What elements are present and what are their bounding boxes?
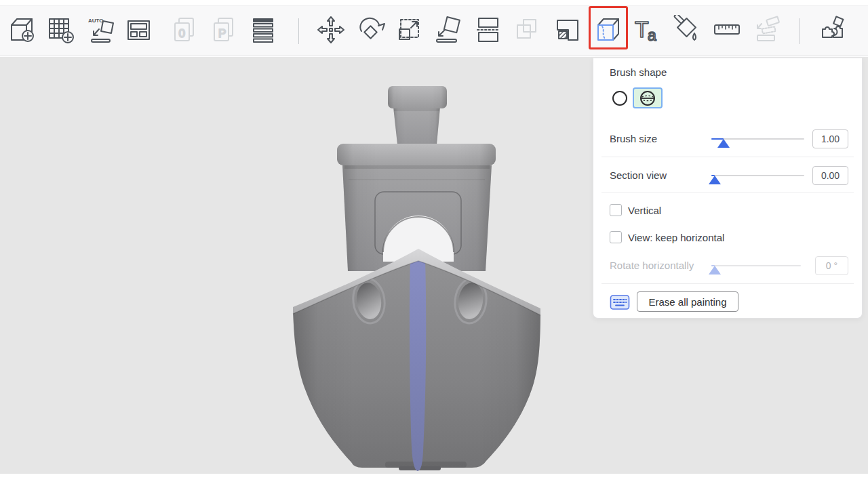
merge-icon: [512, 15, 542, 47]
view-keep-horizontal-checkbox[interactable]: [610, 231, 622, 243]
rotate-horizontally-label: Rotate horizontally: [610, 256, 694, 276]
vertical-label: Vertical: [628, 204, 661, 217]
brush-shape-sphere-option[interactable]: [633, 87, 663, 108]
toolbar-variable-layer-height-button[interactable]: [247, 7, 279, 55]
toolbar-cut-button[interactable]: [472, 7, 505, 55]
seam-painting-icon: [593, 15, 623, 47]
move-icon: [316, 15, 346, 47]
add-plate-icon: [45, 15, 75, 47]
toolbar-separator: [799, 18, 800, 44]
svg-text:T: T: [635, 16, 649, 42]
text-tool-icon: Ta: [632, 15, 662, 47]
brush-size-slider-thumb[interactable]: [717, 139, 730, 148]
rotate-icon: [356, 15, 386, 47]
support-painting-icon: [753, 15, 783, 47]
toolbar-separator: [298, 18, 299, 44]
toolbar-color-painting-button[interactable]: [670, 7, 703, 55]
section-view-value[interactable]: 0.00: [812, 166, 848, 185]
vertical-checkbox[interactable]: [610, 204, 622, 216]
section-view-row: Section view 0.00: [593, 165, 862, 186]
rotate-horizontally-row: Rotate horizontally 0 °: [593, 256, 862, 276]
toolbar-assembly-view-button[interactable]: [816, 7, 848, 55]
section-view-label: Section view: [610, 165, 667, 186]
mesh-boolean-icon: [553, 15, 583, 47]
sphere-brush-icon: [639, 89, 656, 107]
erase-row: Erase all painting: [593, 291, 862, 313]
section-view-slider-thumb[interactable]: [709, 176, 721, 184]
toolbar-rotate-button[interactable]: [355, 7, 387, 55]
view-keep-horizontal-label: View: keep horizontal: [628, 231, 724, 244]
cut-icon: [473, 15, 503, 47]
toolbar-lay-on-face-button[interactable]: [431, 7, 464, 55]
toolbar-scale-button[interactable]: [393, 7, 426, 55]
measure-icon: [712, 15, 742, 47]
split-to-objects-icon: 0: [170, 15, 200, 47]
brush-size-label: Brush size: [610, 129, 657, 149]
toolbar-arrange-button[interactable]: [123, 7, 155, 55]
toolbar-add-plate-button[interactable]: [44, 7, 77, 55]
toolbar-auto-orient-button[interactable]: AUTO: [85, 7, 118, 55]
toolbar-mesh-boolean-button[interactable]: [551, 7, 584, 55]
auto-orient-icon: AUTO: [87, 15, 117, 47]
section-view-slider[interactable]: [711, 165, 804, 186]
rotate-horizontally-slider-thumb: [709, 266, 721, 274]
vertical-checkbox-row: Vertical: [593, 204, 862, 218]
toolbar-move-button[interactable]: [315, 7, 347, 55]
scale-icon: [395, 15, 425, 47]
assembly-view-icon: [817, 15, 847, 47]
toolbar-add-object-button[interactable]: [5, 7, 38, 55]
rotate-horizontally-slider: [711, 256, 801, 276]
seam-stripe: [410, 260, 426, 471]
brush-size-row: Brush size 1.00: [593, 129, 862, 149]
svg-text:a: a: [648, 26, 656, 44]
toolbar-text-tool-button[interactable]: Ta: [631, 7, 663, 55]
brush-shape-row: Brush shape: [593, 62, 862, 83]
divider: [601, 283, 854, 284]
toolbar-measure-button[interactable]: [711, 7, 743, 55]
rotate-horizontally-value: 0 °: [815, 256, 848, 275]
variable-layer-height-icon: [248, 15, 278, 47]
brush-shape-label: Brush shape: [610, 62, 667, 83]
arrange-icon: [124, 15, 154, 47]
brush-size-value[interactable]: 1.00: [812, 129, 848, 148]
svg-text:AUTO: AUTO: [88, 18, 104, 24]
application-window: AUTO0PTa: [0, 0, 868, 488]
svg-text:P: P: [218, 27, 226, 40]
toolbar-merge-button: [511, 7, 543, 55]
toolbar-support-painting-button: [751, 7, 784, 55]
toolbar-seam-painting-button[interactable]: [591, 7, 624, 55]
brush-shape-circle-option[interactable]: [610, 88, 630, 108]
brush-size-slider[interactable]: [711, 129, 804, 149]
erase-all-painting-button[interactable]: Erase all painting: [637, 291, 738, 312]
view-keep-horizontal-checkbox-row: View: keep horizontal: [593, 231, 862, 245]
lay-on-face-icon: [433, 15, 462, 47]
color-painting-icon: [671, 15, 701, 47]
divider: [601, 157, 854, 157]
keyboard-shortcuts-icon[interactable]: [610, 294, 630, 310]
toolbar-split-to-parts-button: P: [208, 7, 241, 55]
circle-brush-icon: [612, 90, 628, 106]
split-to-parts-icon: P: [210, 15, 239, 47]
svg-text:0: 0: [179, 27, 185, 40]
main-toolbar: AUTO0PTa: [0, 5, 868, 56]
divider: [601, 192, 854, 192]
add-object-icon: [7, 15, 37, 47]
toolbar-split-to-objects-button: 0: [169, 7, 201, 55]
tool-options-panel: Brush shape Brush size 1.0: [593, 58, 863, 319]
benchy-model[interactable]: [283, 81, 548, 474]
